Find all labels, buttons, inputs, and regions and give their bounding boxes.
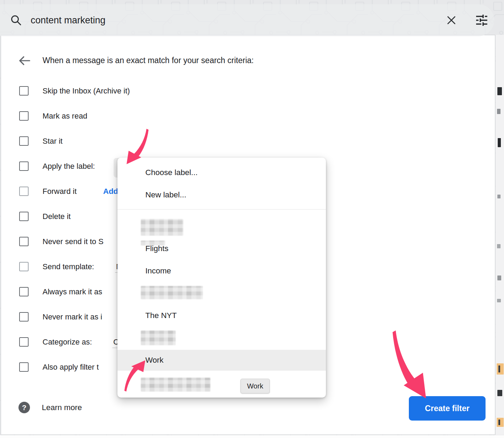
checkbox-forward-it[interactable] [19, 187, 29, 196]
search-bar[interactable] [0, 4, 494, 36]
filter-action-row: Mark as read [19, 111, 486, 122]
action-label: Never mark it as i [43, 311, 102, 323]
background-email-fragment [498, 138, 501, 147]
tune-filters-icon[interactable] [475, 14, 488, 26]
checkbox-skip-inbox[interactable] [19, 86, 29, 96]
background-email-fragment [497, 109, 501, 114]
menu-item-label-work[interactable]: Work [145, 355, 163, 366]
checkbox-categorize-as[interactable] [19, 337, 29, 347]
action-label: Delete it [43, 211, 71, 222]
background-search-highlight [497, 363, 504, 375]
learn-more-label: Learn more [42, 403, 82, 412]
action-label: Star it [43, 136, 62, 147]
checkbox-never-important[interactable] [19, 312, 29, 322]
search-icon [10, 14, 22, 27]
add-forwarding-address-link[interactable]: Add [103, 186, 118, 197]
background-search-highlight [497, 418, 504, 427]
checkbox-mark-as-read[interactable] [19, 111, 29, 121]
action-label: Categorize as: [43, 337, 92, 348]
menu-item-label-income[interactable]: Income [145, 265, 171, 277]
action-label: Never send it to S [43, 236, 104, 247]
background-email-fragment [497, 87, 502, 95]
background-email-fragment [498, 365, 500, 372]
checkbox-never-spam[interactable] [19, 237, 29, 246]
back-arrow-icon[interactable] [18, 54, 31, 67]
label-dropdown-menu: Choose label... New label... Flights Inc… [117, 158, 326, 398]
help-icon: ? [18, 402, 30, 413]
menu-item-new-label[interactable]: New label... [145, 189, 186, 201]
background-email-fragment [497, 195, 501, 198]
action-label: Send template: [43, 261, 94, 272]
redacted-label-item[interactable] [141, 219, 183, 236]
search-input[interactable] [31, 15, 344, 26]
background-email-fragment [498, 420, 500, 425]
action-label: Skip the Inbox (Archive it) [43, 85, 130, 97]
redacted-label-item[interactable] [141, 378, 211, 392]
checkbox-always-important[interactable] [19, 287, 29, 296]
page-bottom-strip [0, 435, 504, 438]
action-label: Mark as read [43, 111, 87, 122]
clear-search-icon[interactable] [446, 15, 457, 26]
action-label: Apply the label: [43, 161, 95, 172]
checkbox-delete-it[interactable] [19, 212, 29, 221]
checkbox-apply-label[interactable] [19, 161, 29, 171]
action-label: Forward it [43, 186, 77, 197]
action-label: Also apply filter t [43, 362, 99, 373]
filter-action-row: Star it [19, 136, 486, 147]
redacted-label-item[interactable] [141, 286, 203, 299]
background-email-fragment [497, 390, 502, 396]
background-email-fragment [497, 299, 501, 302]
work-tooltip: Work [240, 379, 270, 393]
menu-item-label-flights[interactable]: Flights [145, 243, 168, 254]
checkbox-also-apply[interactable] [19, 362, 29, 372]
action-label: Always mark it as [43, 286, 102, 297]
create-filter-button[interactable]: Create filter [409, 396, 486, 421]
panel-title: When a message is an exact match for you… [43, 55, 254, 66]
background-email-fragment [497, 275, 501, 280]
background-email-fragment [497, 244, 501, 248]
checkbox-send-template[interactable] [19, 262, 29, 271]
menu-divider [117, 209, 326, 210]
menu-item-choose-label[interactable]: Choose label... [145, 167, 198, 178]
menu-item-label-the-nyt[interactable]: The NYT [145, 310, 177, 321]
learn-more-link[interactable]: ? Learn more [18, 402, 82, 413]
background-email-list-strip [496, 35, 504, 435]
redacted-label-item[interactable] [141, 331, 176, 345]
filter-action-row: Skip the Inbox (Archive it) [19, 85, 486, 97]
checkbox-star-it[interactable] [19, 136, 29, 146]
